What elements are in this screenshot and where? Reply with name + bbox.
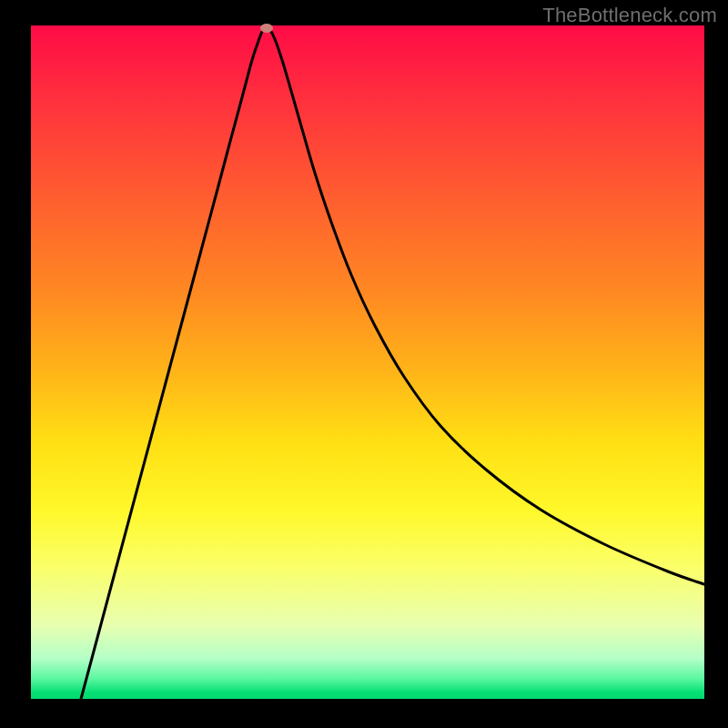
bottleneck-curve: [31, 25, 704, 699]
optimal-point-marker: [260, 24, 273, 33]
watermark-text: TheBottleneck.com: [542, 4, 717, 27]
plot-area: [31, 25, 704, 699]
chart-frame: TheBottleneck.com: [0, 0, 728, 728]
